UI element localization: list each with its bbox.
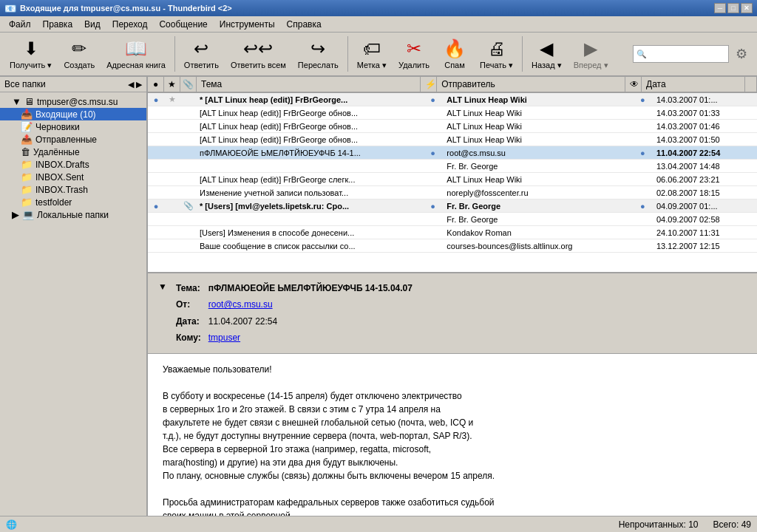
preview-to[interactable]: tmpuser <box>208 332 240 343</box>
tag-button[interactable]: 🏷 Метка ▾ <box>352 35 392 73</box>
email-date: 14.03.2007 01:46 <box>654 122 757 131</box>
delete-button[interactable]: ✂ Удалить <box>393 35 435 73</box>
menu-item-3[interactable]: Переход <box>106 18 154 31</box>
email-subject[interactable]: [ALT Linux heap (edit)] FrBrGeorge обнов… <box>197 122 427 131</box>
table-row[interactable]: [ALT Linux heap (edit)] FrBrGeorge обнов… <box>148 120 757 133</box>
reply-all-icon: ↩↩ <box>243 38 273 59</box>
email-sender[interactable]: ALT Linux Heap Wiki <box>444 175 637 184</box>
reply-all-button[interactable]: ↩↩ Ответить всем <box>225 35 291 73</box>
status-left: 🌐 <box>6 519 619 530</box>
search-box[interactable] <box>633 45 729 63</box>
table-row[interactable]: Fr. Br. George 04.09.2007 02:58 <box>148 213 757 226</box>
inbox-drafts-label: INBOX.Drafts <box>35 160 89 170</box>
table-row[interactable]: [ALT Linux heap (edit)] FrBrGeorge обнов… <box>148 106 757 120</box>
email-subject[interactable]: [ALT Linux heap (edit)] FrBrGeorge обнов… <box>197 109 427 117</box>
folder-testfolder[interactable]: 📁 testfolder <box>0 196 146 208</box>
maximize-button[interactable]: □ <box>727 3 739 13</box>
compose-button[interactable]: ✏ Создать <box>58 35 100 73</box>
email-flag[interactable]: ● <box>148 202 164 211</box>
email-subject[interactable]: * [ALT Linux heap (edit)] FrBrGeorge... <box>197 95 427 104</box>
compose-label: Создать <box>64 61 95 69</box>
close-button[interactable]: ✕ <box>741 3 753 13</box>
search-input[interactable] <box>637 50 725 58</box>
col-header-star[interactable]: ★ <box>164 77 180 92</box>
email-subject[interactable]: * [Users] [mvl@yelets.lipetsk.ru: Сро... <box>197 202 427 211</box>
table-row[interactable]: Изменение учетной записи пользоват... no… <box>148 186 757 200</box>
print-button[interactable]: 🖨 Печать ▾ <box>475 35 518 73</box>
settings-icon[interactable]: ⚙ <box>730 36 753 72</box>
email-sender[interactable]: noreply@fosscenter.ru <box>444 188 637 197</box>
table-row[interactable]: [ALT Linux heap (edit)] FrBrGeorge слегк… <box>148 173 757 186</box>
sidebar-arrows[interactable]: ◀ ▶ <box>128 80 142 89</box>
email-sender[interactable]: ALT Linux Heap Wiki <box>444 135 637 144</box>
forward-nav-button[interactable]: ▶ Вперед ▾ <box>568 35 614 73</box>
folder-inbox-trash[interactable]: 📁 INBOX.Trash <box>0 183 146 196</box>
account-icon: 🖥 <box>24 96 34 107</box>
email-subject[interactable]: [Users] Изменения в способе донесени... <box>197 228 427 237</box>
table-row[interactable]: Fr. Br. George 13.04.2007 14:48 <box>148 160 757 173</box>
preview-header: ▼ Тема: пФЛМАЮЕОЙЕ ЬМЕЛФТЙЮЕУФЧБ 14-15.0… <box>148 273 757 354</box>
email-subject[interactable]: Изменение учетной записи пользоват... <box>197 188 427 197</box>
folder-inbox-drafts[interactable]: 📁 INBOX.Drafts <box>0 158 146 171</box>
col-header-date[interactable]: Дата <box>642 77 745 92</box>
email-star[interactable]: ★ <box>164 95 180 104</box>
table-row[interactable]: Ваше сообщение в список рассылки со... c… <box>148 239 757 253</box>
email-sender[interactable]: Fr. Br. George <box>444 162 637 171</box>
col-subject-label: Тема <box>201 79 222 89</box>
folder-drafts[interactable]: 📝 Черновики <box>0 120 146 133</box>
sidebar-title: Все папки <box>4 79 46 89</box>
table-row[interactable]: ● ★ * [ALT Linux heap (edit)] FrBrGeorge… <box>148 93 757 106</box>
account-expand-icon: ▼ <box>12 96 21 107</box>
menu-item-4[interactable]: Сообщение <box>153 18 213 31</box>
col-header-flag[interactable]: ● <box>148 77 164 92</box>
email-sender[interactable]: Fr. Br. George <box>444 202 637 211</box>
minimize-button[interactable]: ─ <box>714 3 726 13</box>
email-sender[interactable]: Fr. Br. George <box>444 215 637 224</box>
email-sender[interactable]: courses-bounces@lists.altlinux.org <box>444 242 637 250</box>
get-mail-button[interactable]: ⬇ Получить ▾ <box>4 35 57 73</box>
email-sender[interactable]: root@cs.msu.su <box>444 149 637 157</box>
menu-item-2[interactable]: Вид <box>78 18 106 31</box>
email-sender[interactable]: Kondakov Roman <box>444 228 637 237</box>
status-icon: 🌐 <box>6 519 17 530</box>
email-sender[interactable]: ALT Linux Heap Wiki <box>444 95 637 104</box>
preview-toggle-button[interactable]: ▼ <box>158 282 167 292</box>
email-date: 13.12.2007 12:15 <box>654 242 757 250</box>
menu-item-6[interactable]: Справка <box>281 18 327 31</box>
col-header-spam[interactable]: ⚡ <box>421 77 437 92</box>
folder-account[interactable]: ▼ 🖥 tmpuser@cs.msu.su <box>0 95 146 108</box>
col-header-watch[interactable]: 👁 <box>625 77 642 92</box>
folder-sent[interactable]: 📤 Отправленные <box>0 133 146 146</box>
back-button[interactable]: ◀ Назад ▾ <box>526 35 567 73</box>
folder-trash[interactable]: 🗑 Удалённые <box>0 146 146 158</box>
table-row[interactable]: пФЛМАЮЕОЙЕ ЬМЕЛФТЙЮЕУФЧБ 14-1... ● root@… <box>148 146 757 160</box>
preview-pane: ▼ Тема: пФЛМАЮЕОЙЕ ЬМЕЛФТЙЮЕУФЧБ 14-15.0… <box>148 272 757 516</box>
email-sender[interactable]: ALT Linux Heap Wiki <box>444 109 637 117</box>
menu-item-1[interactable]: Правка <box>37 18 79 31</box>
folder-inbox[interactable]: 📥 Входящие (10) <box>0 108 146 120</box>
column-headers: ● ★ 📎 Тема ⚡ Отправитель 👁 Дата <box>148 77 757 93</box>
table-row[interactable]: [Users] Изменения в способе донесени... … <box>148 226 757 239</box>
junk-button[interactable]: 🔥 Спам <box>436 35 473 73</box>
table-row[interactable]: [ALT Linux heap (edit)] FrBrGeorge обнов… <box>148 133 757 146</box>
email-subject[interactable]: Ваше сообщение в список рассылки со... <box>197 242 427 250</box>
email-subject[interactable]: пФЛМАЮЕОЙЕ ЬМЕЛФТЙЮЕУФЧБ 14-1... <box>197 149 427 157</box>
folder-local[interactable]: ▶ 💻 Локальные папки <box>0 208 146 221</box>
col-header-subject[interactable]: Тема <box>197 77 421 92</box>
folder-inbox-sent[interactable]: 📁 INBOX.Sent <box>0 171 146 183</box>
address-book-button[interactable]: 📖 Адресная книга <box>101 35 171 73</box>
preview-from[interactable]: root@cs.msu.su <box>208 299 273 310</box>
col-header-sender[interactable]: Отправитель <box>437 77 625 92</box>
window-title: Входящие для tmpuser@cs.msu.su - Thunder… <box>20 4 714 13</box>
email-flag[interactable]: ● <box>148 95 164 104</box>
email-sender[interactable]: ALT Linux Heap Wiki <box>444 122 637 131</box>
table-row[interactable]: ● 📎 * [Users] [mvl@yelets.lipetsk.ru: Ср… <box>148 200 757 213</box>
col-header-attach[interactable]: 📎 <box>180 77 197 92</box>
email-subject[interactable]: [ALT Linux heap (edit)] FrBrGeorge слегк… <box>197 175 427 184</box>
email-date: 04.09.2007 02:58 <box>654 215 757 224</box>
menu-item-0[interactable]: Файл <box>3 18 37 31</box>
reply-button[interactable]: ↩ Ответить <box>179 35 224 73</box>
menu-item-5[interactable]: Инструменты <box>214 18 281 31</box>
email-subject[interactable]: [ALT Linux heap (edit)] FrBrGeorge обнов… <box>197 135 427 144</box>
forward-button[interactable]: ↪ Переслать <box>293 35 344 73</box>
